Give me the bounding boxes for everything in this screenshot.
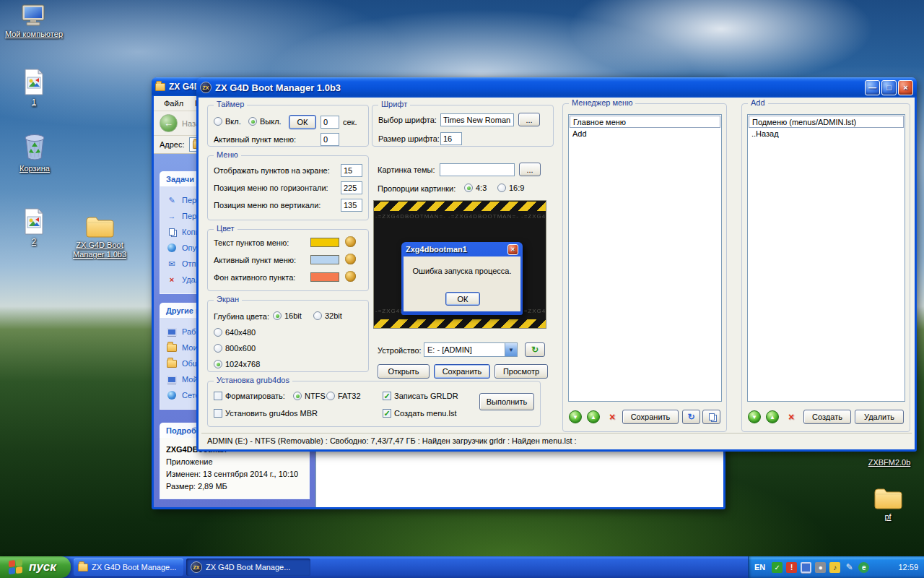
list-item[interactable]: Главное меню bbox=[570, 116, 720, 128]
desktop-icon-my-computer[interactable]: Мой компьютер bbox=[3, 4, 65, 39]
delete-item-button[interactable]: × bbox=[606, 410, 619, 423]
list-item[interactable]: Подменю (menus/ADMIN.lst) bbox=[749, 116, 904, 128]
device-combo[interactable]: E: - [ADMIN] ▼ bbox=[424, 342, 518, 357]
details-size: Размер: 2,89 МБ bbox=[166, 480, 303, 493]
open-button[interactable]: Открыть bbox=[378, 364, 430, 379]
color-group: Цвет Текст пунктов меню: Активный пункт … bbox=[207, 229, 369, 291]
folder-icon bbox=[873, 486, 903, 510]
list-item[interactable]: ..Назад bbox=[749, 128, 904, 140]
items-on-screen-input[interactable]: 15 bbox=[341, 164, 362, 177]
font-name-input[interactable]: Times New Roman bbox=[440, 113, 514, 126]
preview-watermark: -=ZXG4DBOOTMAN=- -=ZXG4DBOOTMAN=- -=ZXG4… bbox=[375, 213, 546, 220]
tray-pencil-icon[interactable]: ✎ bbox=[844, 562, 855, 573]
active-item-input[interactable]: 0 bbox=[321, 133, 339, 146]
web-icon bbox=[166, 243, 178, 252]
move-down-button[interactable]: ▼ bbox=[748, 410, 761, 423]
desktop-icon-recycle-bin[interactable]: Корзина bbox=[6, 131, 64, 173]
install-mbr-checkbox[interactable]: Установить gru4dos MBR bbox=[214, 409, 318, 418]
add-list[interactable]: Подменю (menus/ADMIN.lst) ..Назад bbox=[747, 114, 905, 402]
system-tray: EN ✓ ! ● ♪ ✎ e 12:59 bbox=[748, 556, 924, 578]
timer-off-radio[interactable]: Выкл. bbox=[248, 117, 282, 126]
menu-group-caption: Меню bbox=[214, 150, 241, 159]
write-grldr-checkbox[interactable]: Записать GRLDR bbox=[383, 392, 458, 400]
aspect-169-radio[interactable]: 16:9 bbox=[497, 184, 524, 192]
res-1024-radio[interactable]: 1024x768 bbox=[214, 360, 260, 368]
maximize-button[interactable]: □ bbox=[881, 80, 897, 95]
minimize-button[interactable]: — bbox=[865, 80, 880, 95]
tray-display-icon[interactable] bbox=[801, 562, 811, 573]
app-client: Таймер Вкл. Выкл. ОК 0 сек. Активный пун… bbox=[199, 98, 915, 449]
export-icon-button[interactable] bbox=[702, 410, 720, 424]
taskbar-task-app[interactable]: ZX ZX G4D Boot Manage... bbox=[186, 558, 310, 576]
move-up-button[interactable]: ▲ bbox=[587, 410, 600, 423]
taskbar-task-explorer[interactable]: ZX G4D Boot Manage... bbox=[74, 558, 183, 576]
menu-file[interactable]: Файл bbox=[158, 98, 189, 109]
desktop-icon-image-1[interactable]: 1 bbox=[9, 69, 59, 107]
menu-y-input[interactable]: 135 bbox=[341, 199, 362, 212]
desktop-icon-image-2[interactable]: 2 bbox=[9, 208, 59, 246]
desktop-icon-pf-folder[interactable]: pf bbox=[868, 486, 908, 522]
device-refresh-button[interactable]: ↻ bbox=[525, 342, 545, 357]
depth-16bit-radio[interactable]: 16bit bbox=[273, 311, 302, 320]
res-640-radio[interactable]: 640x480 bbox=[214, 328, 256, 337]
create-menulst-checkbox[interactable]: Создать menu.lst bbox=[383, 409, 456, 418]
move-up-button[interactable]: ▲ bbox=[766, 410, 779, 423]
manager-save-button[interactable]: Сохранить bbox=[622, 410, 679, 424]
view-button[interactable]: Просмотр bbox=[494, 364, 548, 379]
delete-item-button[interactable]: × bbox=[785, 410, 798, 423]
tray-alert-icon[interactable]: ! bbox=[786, 562, 797, 573]
start-button[interactable]: пуск bbox=[0, 556, 71, 578]
status-bar: ADMIN (E:) - NTFS (Removable) : Свободно… bbox=[201, 433, 912, 447]
tray-device-icon[interactable]: ● bbox=[815, 562, 826, 573]
tray-shield-icon[interactable]: ✓ bbox=[772, 562, 783, 573]
bg-color-swatch[interactable] bbox=[310, 272, 339, 282]
text-color-label: Текст пунктов меню: bbox=[214, 238, 289, 247]
app-icon: ZX bbox=[200, 82, 212, 93]
tray-e-icon[interactable]: e bbox=[858, 562, 869, 573]
timer-seconds-input[interactable]: 0 bbox=[321, 116, 339, 129]
language-indicator[interactable]: EN bbox=[754, 563, 765, 571]
list-item[interactable]: Add bbox=[570, 128, 720, 140]
desktop-icon-zxbfm-label[interactable]: ZXBFM2.0b bbox=[860, 456, 918, 467]
delete-button[interactable]: Удалить bbox=[855, 410, 904, 424]
active-color-swatch[interactable] bbox=[310, 255, 339, 264]
res-800-radio[interactable]: 800x600 bbox=[214, 344, 256, 353]
font-size-input[interactable]: 16 bbox=[440, 132, 462, 145]
palette-icon[interactable] bbox=[345, 254, 356, 264]
fat32-radio[interactable]: FAT32 bbox=[326, 392, 361, 400]
create-button[interactable]: Создать bbox=[803, 410, 851, 424]
theme-picture-input[interactable] bbox=[440, 163, 515, 176]
format-checkbox[interactable]: Форматировать: bbox=[214, 392, 285, 400]
menu-manager-list[interactable]: Главное меню Add bbox=[568, 114, 722, 402]
refresh-icon-button[interactable]: ↻ bbox=[682, 410, 700, 424]
chevron-down-icon[interactable]: ▼ bbox=[505, 343, 517, 356]
device-value: E: - [ADMIN] bbox=[424, 345, 505, 354]
depth-32bit-radio[interactable]: 32bit bbox=[313, 311, 342, 320]
aspect-label: Пропорции картинки: bbox=[378, 184, 456, 193]
font-browse-button[interactable]: ... bbox=[518, 113, 540, 126]
menu-x-input[interactable]: 225 bbox=[341, 181, 362, 194]
timer-on-radio[interactable]: Вкл. bbox=[214, 117, 241, 126]
error-dialog-titlebar[interactable]: Zxg4dbootman1 × bbox=[404, 242, 520, 256]
save-button[interactable]: Сохранить bbox=[434, 364, 490, 379]
move-down-button[interactable]: ▼ bbox=[569, 410, 582, 423]
text-color-swatch[interactable] bbox=[310, 238, 339, 247]
run-button[interactable]: Выполнить bbox=[479, 393, 534, 410]
copy-icon bbox=[166, 228, 178, 236]
timer-ok-button[interactable]: ОК bbox=[289, 115, 316, 129]
ntfs-radio[interactable]: NTFS bbox=[293, 392, 326, 400]
clock[interactable]: 12:59 bbox=[898, 563, 918, 571]
close-button[interactable]: × bbox=[507, 244, 518, 255]
app-titlebar[interactable]: ZX ZX G4D Boot Manager 1.0b3 — □ × bbox=[196, 77, 917, 98]
close-button[interactable]: × bbox=[898, 80, 913, 95]
error-dialog-title: Zxg4dbootman1 bbox=[406, 245, 467, 254]
tray-volume-icon[interactable]: ♪ bbox=[829, 562, 840, 573]
aspect-43-radio[interactable]: 4:3 bbox=[464, 184, 487, 192]
menu-y-label: Позиция меню по вертикали: bbox=[214, 201, 321, 210]
back-icon[interactable]: ← bbox=[160, 114, 178, 132]
desktop-icon-zx-folder[interactable]: ZX G4D Boot Manager 1.0b3 bbox=[66, 214, 133, 259]
error-ok-button[interactable]: ОК bbox=[445, 292, 480, 306]
palette-icon[interactable] bbox=[345, 271, 356, 282]
palette-icon[interactable] bbox=[345, 236, 356, 247]
picture-browse-button[interactable]: ... bbox=[519, 163, 541, 176]
